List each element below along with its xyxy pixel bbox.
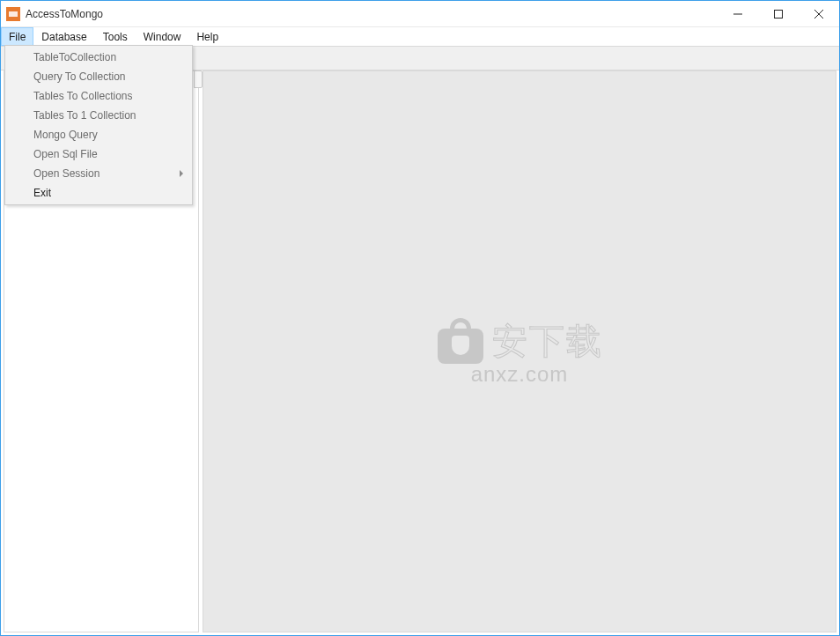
menu-item-label: Tables To Collections	[33, 90, 133, 102]
menu-item-tables-to-1-collection[interactable]: Tables To 1 Collection	[7, 106, 190, 125]
menu-help[interactable]: Help	[188, 27, 226, 46]
menu-item-label: Open Session	[33, 167, 99, 180]
menubar: File Database Tools Window Help	[1, 27, 839, 47]
side-panel-handle[interactable]	[194, 70, 203, 88]
menu-file[interactable]: File	[1, 27, 33, 46]
menu-tools[interactable]: Tools	[95, 27, 136, 46]
file-menu-dropdown: TableToCollection Query To Collection Ta…	[4, 45, 193, 205]
minimize-button[interactable]	[718, 1, 758, 27]
window-title: AccessToMongo	[26, 8, 103, 20]
menu-item-mongo-query[interactable]: Mongo Query	[7, 125, 190, 144]
menu-item-label: Query To Collection	[33, 70, 126, 83]
minimize-icon	[733, 10, 742, 18]
menu-item-tables-to-collections[interactable]: Tables To Collections	[7, 86, 190, 106]
window-controls	[718, 1, 839, 27]
close-button[interactable]	[799, 1, 839, 27]
menu-item-label: Exit	[33, 187, 51, 199]
menu-window[interactable]: Window	[136, 27, 189, 46]
maximize-button[interactable]	[758, 1, 799, 27]
titlebar: AccessToMongo	[1, 1, 839, 27]
watermark-bag-icon	[436, 316, 485, 366]
watermark-url: anxz.com	[436, 362, 603, 387]
menu-item-open-sql-file[interactable]: Open Sql File	[7, 144, 190, 164]
menu-label: Database	[41, 31, 86, 43]
menu-item-label: TableToCollection	[33, 51, 116, 63]
app-icon	[6, 7, 20, 21]
watermark: 安下载 anxz.com	[436, 316, 603, 387]
maximize-icon	[774, 10, 783, 18]
menu-item-label: Mongo Query	[33, 129, 98, 141]
svg-rect-1	[775, 11, 783, 18]
chevron-right-icon	[180, 170, 183, 177]
menu-item-exit[interactable]: Exit	[7, 183, 190, 203]
menu-label: Tools	[103, 31, 128, 43]
menu-item-label: Tables To 1 Collection	[33, 109, 136, 122]
menu-item-open-session[interactable]: Open Session	[7, 164, 190, 183]
menu-label: File	[9, 31, 26, 43]
menu-item-query-to-collection[interactable]: Query To Collection	[7, 67, 190, 86]
watermark-text-cn: 安下载	[492, 317, 603, 366]
close-icon	[814, 10, 823, 18]
menu-database[interactable]: Database	[33, 27, 94, 46]
main-panel: 安下载 anxz.com	[203, 70, 836, 632]
menu-label: Window	[144, 31, 181, 43]
menu-item-table-to-collection[interactable]: TableToCollection	[7, 48, 190, 67]
menu-item-label: Open Sql File	[33, 148, 98, 160]
menu-label: Help	[196, 31, 218, 43]
